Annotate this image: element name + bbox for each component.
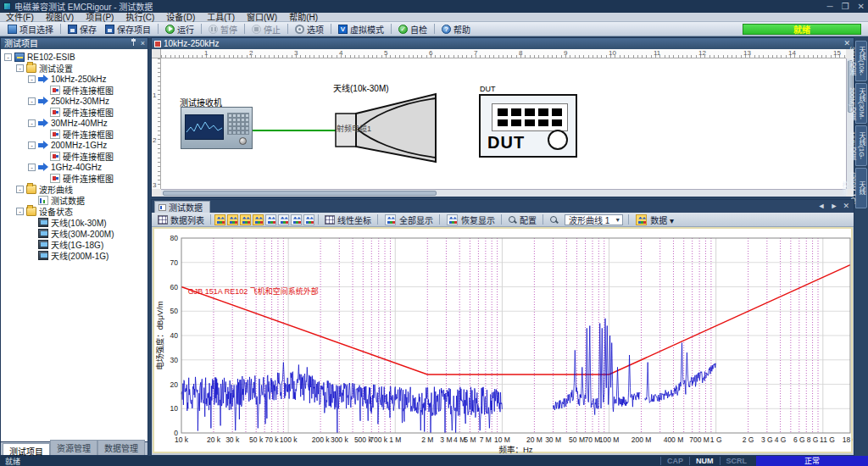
运行-button[interactable]: 运行 (161, 21, 198, 37)
tree-item[interactable]: 硬件连接框图 (1, 129, 147, 140)
tree-expander-icon[interactable]: - (28, 164, 36, 171)
side-tab-天线(200M-1G)校准[interactable]: 天线(200M-1G)校准 (855, 168, 867, 208)
diagram-hscrollbar[interactable] (161, 189, 846, 197)
menu-item-7[interactable]: 窗口(W) (241, 13, 283, 22)
panel-close-icon[interactable]: × (141, 38, 145, 49)
trace-style-2-icon[interactable] (227, 214, 238, 225)
虚拟模式-button[interactable]: V虚拟模式 (334, 21, 388, 37)
limit-annotation: GJB 151A RE102 飞机和空间系统外部 (188, 286, 319, 296)
pin-icon[interactable] (131, 38, 136, 46)
x-tick-label: 100 k (280, 435, 298, 444)
tree-expander-icon[interactable]: - (16, 208, 24, 215)
menu-item-3[interactable]: 项目(P) (80, 13, 120, 22)
tree-item[interactable]: 硬件连接框图 (1, 85, 147, 96)
trace-style-5-icon[interactable] (265, 214, 276, 225)
tree-spacer (40, 153, 47, 160)
toolbar-separator (331, 24, 331, 34)
bottom-tab-测试项目[interactable]: 测试项目 (3, 443, 50, 455)
trace-style-4-icon[interactable] (253, 214, 264, 225)
toolbar-separator (158, 24, 159, 34)
menu-item-4[interactable]: 执行(C) (120, 13, 160, 22)
tree-expander-icon[interactable]: - (28, 75, 36, 83)
device-icon (38, 251, 48, 260)
show-all-button[interactable]: 全部显示 (381, 213, 437, 227)
ruler-number: 8 (519, 49, 522, 57)
arrow-icon (38, 119, 48, 128)
test-project-panel-caption: 测试项目 × (1, 38, 147, 49)
table-icon (158, 215, 168, 225)
restore-view-button[interactable]: 恢复显示 (442, 213, 498, 227)
tab-prev-icon[interactable]: ◄ (818, 202, 826, 210)
menu-item-2[interactable]: 视图(V) (40, 13, 80, 22)
选项-button[interactable]: 选项 (291, 21, 328, 37)
tree-item[interactable]: 硬件连接框图 (1, 173, 147, 184)
ruler-number: 2 (153, 136, 156, 144)
tree-item[interactable]: 硬件连接框图 (1, 151, 147, 162)
diagram-vscrollbar[interactable] (846, 58, 854, 189)
trace-style-3-icon[interactable] (240, 214, 251, 225)
window-buttons: ─ ❐ ✕ (827, 0, 865, 13)
side-tab-天线(10k-30M)校准[interactable]: 天线(10k-30M)校准 (855, 41, 867, 81)
x-tick-label: 200 M (632, 435, 652, 444)
tree-item[interactable]: -测试设置 (1, 63, 147, 74)
项目选择-button[interactable]: 项目选择 (3, 21, 58, 37)
tree-expander-icon[interactable]: - (4, 53, 12, 61)
帮助-button[interactable]: ?帮助 (437, 21, 475, 37)
自检-button[interactable]: ✓自检 (394, 21, 431, 37)
tree-expander-icon[interactable]: - (28, 97, 36, 105)
tree-expander-icon[interactable]: - (28, 141, 36, 149)
tree-expander-icon[interactable]: - (28, 119, 36, 127)
test-receiver[interactable] (181, 107, 253, 149)
emc-chart[interactable]: GJB 151A RE102 飞机和空间系统外部0102030405060708… (154, 229, 853, 455)
bottom-tab-资源管理[interactable]: 资源管理 (50, 440, 97, 455)
y-tick-label: 20 (170, 380, 179, 389)
side-tab-天线(30M-200M)校准[interactable]: 天线(30M-200M)校准 (855, 83, 867, 124)
maximize-button[interactable]: ❐ (842, 0, 849, 13)
trace-style-6-icon[interactable] (278, 214, 289, 225)
curve-select[interactable]: 波形曲线 1▼ (565, 214, 623, 225)
data-menu-button[interactable]: 数据 ▾ (632, 213, 677, 227)
dut-box[interactable]: DUT (479, 94, 577, 158)
保存-button[interactable]: 保存 (64, 21, 101, 37)
diagram-panel-caption: 10kHz-250kHz ✕ (152, 38, 854, 49)
tree-expander-icon[interactable]: - (16, 186, 24, 193)
tab-close-icon[interactable]: ✕ (843, 202, 849, 210)
zoom-button[interactable] (546, 214, 562, 225)
tab-test-data[interactable]: 测试数据 (154, 201, 210, 213)
status-bar: 就绪 CAPNUMSCRL 正常 (0, 456, 868, 466)
ruler-number: 9 (564, 49, 567, 57)
ruler-number: 11 (654, 49, 660, 57)
trace-style-7-icon[interactable] (291, 214, 302, 225)
menu-item-5[interactable]: 设备(D) (160, 13, 201, 22)
tree-item[interactable]: 天线(200M-1G) (1, 250, 147, 261)
arrow-icon (38, 97, 48, 106)
保存项目-button[interactable]: 保存项目 (101, 21, 155, 37)
trace-style-1-icon[interactable] (214, 214, 225, 225)
menu-item-1[interactable]: 文件(F) (0, 13, 40, 22)
tree-item[interactable]: -RE102-ESIB (1, 52, 147, 63)
tree-item[interactable]: 测试数据 (1, 195, 147, 206)
close-button[interactable]: ✕ (858, 0, 865, 13)
configure-button[interactable]: 配置 (504, 213, 540, 227)
trace-style-8-icon[interactable] (303, 214, 314, 225)
ruler-number: 1 (153, 92, 156, 99)
tree-expander-icon[interactable]: - (16, 64, 24, 72)
minimize-button[interactable]: ─ (827, 0, 833, 13)
tree-item[interactable]: 硬件连接框图 (1, 107, 147, 118)
暂停-button[interactable]: 暂停 (204, 21, 242, 37)
y-tick-label: 10 (170, 404, 179, 413)
ruler-number: 3 (153, 181, 156, 189)
chart-tab-label: 测试数据 (169, 201, 203, 214)
diagram-icon (50, 152, 60, 161)
linear-axis-button[interactable]: 线性坐标 (321, 213, 375, 227)
x-tick-label: 30 M (545, 435, 561, 444)
menu-item-8[interactable]: 帮助(H) (283, 13, 324, 22)
data-list-button[interactable]: 数据列表 (154, 213, 208, 227)
search-icon (549, 215, 559, 225)
tab-next-icon[interactable]: ► (831, 202, 838, 210)
side-tab-天线(1G-18G)校准[interactable]: 天线(1G-18G)校准 (855, 125, 867, 166)
停止-button[interactable]: 停止 (248, 21, 285, 37)
bottom-tab-数据管理[interactable]: 数据管理 (97, 440, 145, 455)
menu-item-6[interactable]: 工具(T) (201, 13, 241, 22)
rf-cable[interactable] (253, 130, 336, 131)
